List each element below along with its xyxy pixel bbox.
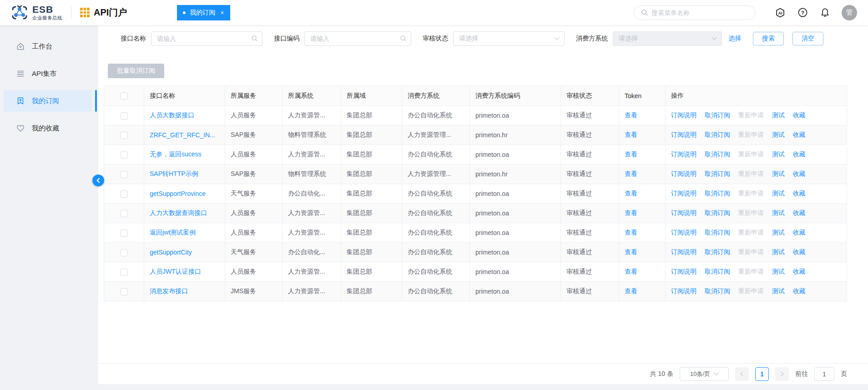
test-link[interactable]: 测试 bbox=[772, 268, 785, 275]
token-view-link[interactable]: 查看 bbox=[625, 209, 637, 216]
test-link[interactable]: 测试 bbox=[772, 248, 785, 255]
test-link[interactable]: 测试 bbox=[772, 287, 785, 295]
token-view-link[interactable]: 查看 bbox=[625, 248, 637, 255]
menu-search-box[interactable] bbox=[634, 5, 756, 20]
api-name-link[interactable]: 人员大数据接口 bbox=[150, 111, 194, 119]
token-view-link[interactable]: 查看 bbox=[625, 190, 637, 197]
token-view-link[interactable]: 查看 bbox=[625, 229, 637, 236]
unsubscribe-link[interactable]: 取消订阅 bbox=[705, 268, 730, 275]
favorite-link[interactable]: 收藏 bbox=[793, 209, 806, 216]
api-name-link[interactable]: 消息发布接口 bbox=[150, 287, 188, 295]
subscribe-info-link[interactable]: 订阅说明 bbox=[671, 248, 696, 255]
row-actions: 订阅说明 取消订阅 重新申请 测试 收藏 bbox=[666, 125, 847, 145]
row-checkbox[interactable] bbox=[121, 112, 128, 120]
menu-search-input[interactable] bbox=[651, 9, 748, 16]
test-link[interactable]: 测试 bbox=[772, 170, 785, 177]
row-checkbox[interactable] bbox=[121, 269, 128, 276]
page-size-select[interactable]: 10条/页 bbox=[680, 367, 729, 381]
api-code-input[interactable] bbox=[304, 31, 411, 46]
tab-my-subscriptions[interactable]: 我的订阅 × bbox=[177, 5, 230, 20]
select-consumer-link[interactable]: 选择 bbox=[728, 35, 741, 43]
row-checkbox[interactable] bbox=[121, 190, 128, 198]
favorite-link[interactable]: 收藏 bbox=[793, 268, 806, 275]
subscribe-info-link[interactable]: 订阅说明 bbox=[671, 131, 696, 138]
subscribe-info-link[interactable]: 订阅说明 bbox=[671, 111, 696, 119]
unsubscribe-link[interactable]: 取消订阅 bbox=[705, 111, 730, 119]
unsubscribe-link[interactable]: 取消订阅 bbox=[705, 150, 730, 158]
help-icon[interactable]: ? bbox=[797, 7, 808, 18]
row-checkbox[interactable] bbox=[121, 151, 128, 159]
api-name-link[interactable]: ZRFC_GET_RFC_IN... bbox=[150, 131, 215, 139]
token-view-link[interactable]: 查看 bbox=[625, 111, 637, 119]
test-link[interactable]: 测试 bbox=[772, 190, 785, 197]
row-checkbox[interactable] bbox=[121, 132, 128, 139]
favorite-link[interactable]: 收藏 bbox=[793, 150, 806, 158]
api-name-link[interactable]: getSupportCity bbox=[150, 249, 192, 256]
api-name-input[interactable] bbox=[151, 31, 262, 46]
page-number-1[interactable]: 1 bbox=[755, 367, 769, 381]
row-checkbox[interactable] bbox=[121, 171, 128, 178]
api-name-link[interactable]: 人力大数据查询接口 bbox=[150, 209, 207, 216]
tab-close-icon[interactable]: × bbox=[220, 9, 224, 16]
user-avatar[interactable]: 管 bbox=[842, 5, 857, 20]
row-checkbox[interactable] bbox=[121, 210, 128, 217]
status-cell: 审核通过 bbox=[561, 243, 619, 262]
row-checkbox[interactable] bbox=[121, 288, 128, 295]
subscribe-info-link[interactable]: 订阅说明 bbox=[671, 209, 696, 216]
subscribe-info-link[interactable]: 订阅说明 bbox=[671, 170, 696, 177]
sidebar-item-my-subscriptions[interactable]: 我的订阅 bbox=[4, 90, 92, 112]
api-name-link[interactable]: SAP转HTTP示例 bbox=[150, 170, 198, 177]
ai-assistant-icon[interactable]: AI bbox=[775, 7, 786, 18]
favorite-link[interactable]: 收藏 bbox=[793, 229, 806, 236]
test-link[interactable]: 测试 bbox=[772, 209, 785, 216]
favorite-link[interactable]: 收藏 bbox=[793, 111, 806, 119]
subscribe-info-link[interactable]: 订阅说明 bbox=[671, 287, 696, 295]
test-link[interactable]: 测试 bbox=[772, 229, 785, 236]
test-link[interactable]: 测试 bbox=[772, 150, 785, 158]
subscribe-info-link[interactable]: 订阅说明 bbox=[671, 229, 696, 236]
test-link[interactable]: 测试 bbox=[772, 111, 785, 119]
goto-page-input[interactable] bbox=[814, 367, 834, 381]
next-page-button[interactable] bbox=[775, 367, 789, 381]
select-all-checkbox[interactable] bbox=[121, 92, 128, 100]
unsubscribe-link[interactable]: 取消订阅 bbox=[705, 209, 730, 216]
prev-page-button[interactable] bbox=[735, 367, 749, 381]
sidebar-item-api-market[interactable]: API集市 bbox=[4, 63, 92, 85]
unsubscribe-link[interactable]: 取消订阅 bbox=[705, 190, 730, 197]
esb-logo-icon bbox=[11, 4, 28, 21]
api-name-link[interactable]: getSupportProvince bbox=[150, 190, 206, 197]
unsubscribe-link[interactable]: 取消订阅 bbox=[705, 170, 730, 177]
token-view-link[interactable]: 查看 bbox=[625, 287, 637, 295]
unsubscribe-link[interactable]: 取消订阅 bbox=[705, 287, 730, 295]
audit-status-select[interactable]: 请选择 bbox=[453, 31, 565, 46]
favorite-link[interactable]: 收藏 bbox=[793, 131, 806, 138]
consumer-cell: 办公自动化系统 bbox=[402, 223, 470, 243]
api-name-link[interactable]: 人员JWT认证接口 bbox=[150, 268, 201, 275]
favorite-link[interactable]: 收藏 bbox=[793, 170, 806, 177]
row-checkbox[interactable] bbox=[121, 249, 128, 256]
api-name-link[interactable]: 返回jwt测试案例 bbox=[150, 229, 196, 236]
search-button[interactable]: 搜索 bbox=[753, 32, 784, 45]
favorite-link[interactable]: 收藏 bbox=[793, 190, 806, 197]
sidebar-item-my-favorites[interactable]: 我的收藏 bbox=[4, 117, 92, 139]
token-view-link[interactable]: 查看 bbox=[625, 150, 637, 158]
clear-button[interactable]: 清空 bbox=[792, 32, 823, 45]
subscribe-info-link[interactable]: 订阅说明 bbox=[671, 268, 696, 275]
token-view-link[interactable]: 查看 bbox=[625, 268, 637, 275]
unsubscribe-link[interactable]: 取消订阅 bbox=[705, 229, 730, 236]
subscribe-info-link[interactable]: 订阅说明 bbox=[671, 150, 696, 158]
unsubscribe-link[interactable]: 取消订阅 bbox=[705, 248, 730, 255]
row-checkbox[interactable] bbox=[121, 230, 128, 237]
unsubscribe-link[interactable]: 取消订阅 bbox=[705, 131, 730, 138]
subscribe-info-link[interactable]: 订阅说明 bbox=[671, 190, 696, 197]
favorite-link[interactable]: 收藏 bbox=[793, 287, 806, 295]
sidebar-collapse-toggle[interactable] bbox=[92, 175, 104, 186]
test-link[interactable]: 测试 bbox=[772, 131, 785, 138]
sidebar-item-workbench[interactable]: 工作台 bbox=[4, 35, 92, 57]
api-name-link[interactable]: 无参，返回sucess bbox=[150, 150, 202, 158]
bell-icon[interactable] bbox=[819, 7, 830, 18]
token-view-link[interactable]: 查看 bbox=[625, 170, 637, 177]
favorite-link[interactable]: 收藏 bbox=[793, 248, 806, 255]
token-view-link[interactable]: 查看 bbox=[625, 131, 637, 138]
column-header: 所属域 bbox=[341, 86, 402, 106]
